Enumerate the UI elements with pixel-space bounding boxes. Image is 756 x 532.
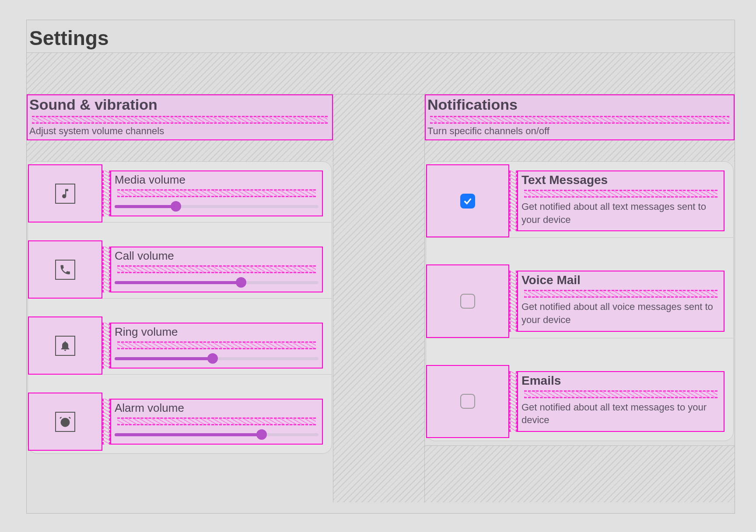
volume-control: Alarm volume [110,399,323,445]
volume-label: Ring volume [115,325,318,339]
alarm-clock-icon [55,412,75,432]
notification-desc: Get notified about all text messages sen… [522,200,720,226]
layout-gap [117,341,316,349]
notification-body: Emails Get notified about all text messa… [517,371,724,432]
layout-gap [509,371,517,432]
layout-gap [102,247,110,292]
volume-control: Call volume [110,247,323,292]
layout-gap [524,390,718,398]
checkbox-text-messages[interactable] [460,194,475,209]
sound-header: Sound & vibration Adjust system volume c… [27,94,333,140]
volume-row: Media volume [28,164,332,223]
layout-gap [117,189,316,197]
volume-control: Media volume [110,170,323,216]
notification-body: Text Messages Get notified about all tex… [517,170,724,231]
notification-title: Text Messages [522,173,720,187]
divider [426,237,733,264]
page-title: Settings [27,20,735,53]
volume-icon-slot [28,316,102,375]
layout-gap [27,140,333,161]
notifications-title: Notifications [427,96,732,113]
layout-gap [524,190,718,198]
layout-gap [102,170,110,216]
divider [28,222,332,240]
notification-desc: Get notified about all voice messages se… [522,300,720,326]
volume-label: Alarm volume [115,401,318,415]
volume-icon-slot [28,240,102,299]
volume-control: Ring volume [110,323,323,369]
sound-section: Sound & vibration Adjust system volume c… [27,94,333,502]
notification-row: Emails Get notified about all text messa… [426,365,733,438]
volume-label: Call volume [115,249,318,263]
notification-title: Emails [522,374,720,388]
layout-gap [27,53,735,94]
notifications-section: Notifications Turn specific channels on/… [425,94,735,502]
layout-gap [524,290,718,298]
call-volume-slider[interactable] [115,278,318,287]
notification-checkbox-slot [426,164,509,237]
bell-icon [55,336,75,356]
notification-body: Voice Mail Get notified about all voice … [517,271,724,331]
divider [28,374,332,393]
sound-title: Sound & vibration [29,96,330,113]
divider [28,298,332,316]
sound-subtitle: Adjust system volume channels [29,125,330,137]
divider [426,338,733,365]
alarm-volume-slider[interactable] [115,430,318,439]
notification-checkbox-slot [426,365,509,438]
volume-icon-slot [28,393,102,451]
volume-row: Call volume [28,240,332,299]
layout-gap [509,170,517,231]
volume-row: Ring volume [28,316,332,375]
media-volume-slider[interactable] [115,202,318,211]
notification-row: Text Messages Get notified about all tex… [426,164,733,237]
notification-checkbox-slot [426,264,509,337]
layout-gap [425,445,735,502]
layout-gap [425,140,735,161]
volume-icon-slot [28,164,102,223]
notifications-subtitle: Turn specific channels on/off [427,125,732,137]
music-note-icon [55,184,75,204]
phone-icon [55,260,75,280]
layout-gap [117,265,316,273]
ring-volume-slider[interactable] [115,354,318,363]
layout-gap [102,323,110,369]
notification-title: Voice Mail [522,273,720,287]
notifications-header: Notifications Turn specific channels on/… [425,94,735,140]
notification-row: Voice Mail Get notified about all voice … [426,264,733,337]
layout-gap [430,116,729,124]
layout-gap [117,417,316,425]
layout-gap [102,399,110,445]
checkbox-emails[interactable] [460,394,475,409]
layout-gap [32,116,328,124]
sound-card: Media volume [28,161,332,454]
layout-gap [333,94,425,502]
notifications-card: Text Messages Get notified about all tex… [426,161,734,441]
notification-desc: Get notified about all text messages to … [522,401,720,427]
settings-page: Settings Sound & vibration Adjust system… [26,20,735,514]
volume-label: Media volume [115,173,318,187]
layout-gap [509,271,517,331]
volume-row: Alarm volume [28,393,332,451]
checkbox-voice-mail[interactable] [460,294,475,309]
